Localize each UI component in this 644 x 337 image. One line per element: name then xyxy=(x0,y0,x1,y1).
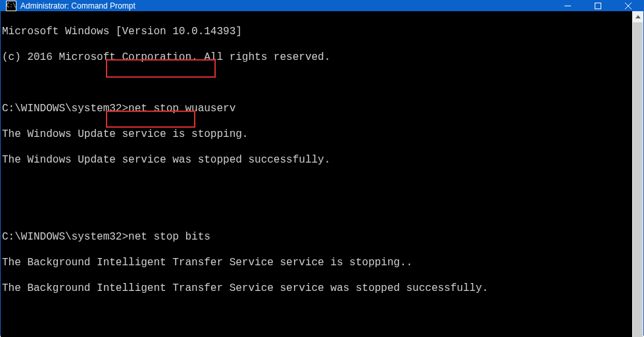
output-line: The Windows Update service is stopping. xyxy=(2,128,631,142)
copyright-line: (c) 2016 Microsoft Corporation. All righ… xyxy=(2,51,631,65)
maximize-button[interactable] xyxy=(583,1,613,11)
cmd-icon: C:\ xyxy=(6,1,16,11)
svg-marker-4 xyxy=(635,15,641,18)
output-line: The Background Intelligent Transfer Serv… xyxy=(2,282,631,296)
blank-line xyxy=(2,334,631,337)
vertical-scrollbar[interactable] xyxy=(632,11,643,337)
scrollbar-track[interactable] xyxy=(632,22,643,337)
blank-line xyxy=(2,308,631,321)
minimize-icon xyxy=(564,3,571,9)
scroll-up-button[interactable] xyxy=(632,11,643,22)
client-area: Microsoft Windows [Version 10.0.14393] (… xyxy=(1,11,643,337)
blank-line xyxy=(2,180,631,193)
command-line-1: C:\WINDOWS\system32>net stop wuauserv xyxy=(2,103,631,116)
chevron-up-icon xyxy=(635,15,641,18)
maximize-icon xyxy=(595,3,601,9)
window-controls xyxy=(553,1,643,11)
blank-line xyxy=(2,77,631,90)
cmd-window: C:\ Administrator: Command Prompt Micros… xyxy=(0,0,644,336)
terminal-output[interactable]: Microsoft Windows [Version 10.0.14393] (… xyxy=(1,11,632,337)
close-button[interactable] xyxy=(613,1,643,11)
prompt-text: C:\WINDOWS\system32> xyxy=(2,103,128,115)
minimize-button[interactable] xyxy=(553,1,583,11)
svg-rect-1 xyxy=(595,3,601,9)
titlebar[interactable]: C:\ Administrator: Command Prompt xyxy=(1,1,643,11)
output-line: The Windows Update service was stopped s… xyxy=(2,154,631,167)
command-line-2: C:\WINDOWS\system32>net stop bits xyxy=(2,231,631,244)
scrollbar-thumb[interactable] xyxy=(633,22,643,337)
window-title: Administrator: Command Prompt xyxy=(20,1,136,11)
command-text: net stop bits xyxy=(128,231,211,243)
prompt-text: C:\WINDOWS\system32> xyxy=(2,231,128,243)
output-line: The Background Intelligent Transfer Serv… xyxy=(2,257,631,270)
blank-line xyxy=(2,205,631,219)
version-line: Microsoft Windows [Version 10.0.14393] xyxy=(2,26,631,39)
command-text: net stop wuauserv xyxy=(128,103,235,115)
close-icon xyxy=(625,3,632,9)
